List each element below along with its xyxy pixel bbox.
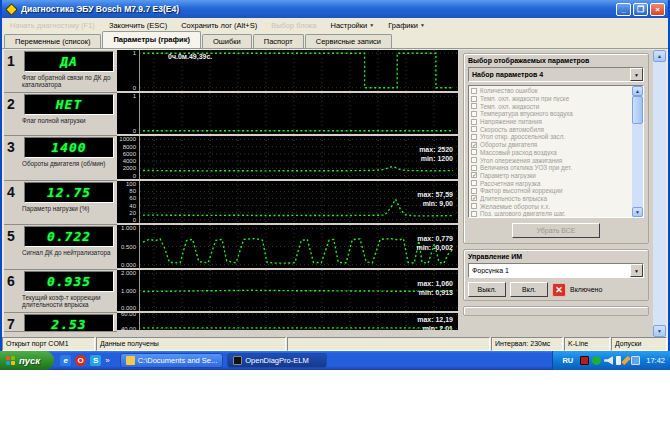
graph-y-axis: 100806040200 [117, 181, 138, 223]
list-scroll-thumb[interactable] [632, 96, 643, 124]
tab-2[interactable]: Параметры (график) [102, 31, 200, 48]
quick-launch-overflow-icon[interactable]: » [105, 356, 109, 365]
internet-explorer-icon[interactable]: e [60, 355, 71, 366]
checkbox-icon[interactable]: ✓ [471, 172, 477, 178]
maximize-button[interactable]: ❐ [633, 3, 648, 16]
parameter-list-item[interactable]: Температура впускного воздуха [471, 110, 631, 118]
toggle-state-icon[interactable]: ✕ [552, 283, 566, 297]
parameter-list-item[interactable]: Напряжение питания [471, 118, 631, 126]
graph-max-label: max: 1,060 [417, 279, 453, 288]
axis-tick-label: 20 [129, 210, 136, 216]
language-indicator[interactable]: RU [558, 356, 577, 365]
scroll-down-icon[interactable]: ▼ [653, 325, 666, 337]
parameter-label: Параметр нагрузки (%) [22, 205, 115, 212]
checkbox-icon[interactable]: ✓ [471, 195, 477, 201]
graph-strip: 1000080006000400020000max: 2520min: 1200 [117, 136, 458, 179]
graph-y-axis: 10 [117, 93, 138, 134]
agent-icon[interactable] [592, 356, 601, 365]
volume-icon[interactable] [604, 356, 613, 365]
parameter-list-item[interactable]: Фактор высотной коррекции [471, 187, 631, 195]
checkbox-icon[interactable] [471, 165, 477, 171]
checkbox-icon[interactable] [471, 119, 477, 125]
graph-max-min-labels: max: 12,19min: 2,01 [417, 315, 453, 330]
battery-icon[interactable] [616, 356, 621, 365]
checkbox-icon[interactable] [471, 88, 477, 94]
parameter-row: 72.53 [4, 313, 117, 332]
actuator-status-label: Включено [570, 286, 602, 293]
opera-icon[interactable]: O [75, 355, 86, 366]
network-icon[interactable] [631, 356, 640, 365]
tab-1[interactable]: Переменные (список) [4, 34, 101, 48]
chevron-down-icon[interactable]: ▼ [630, 264, 643, 277]
scroll-up-icon[interactable]: ▲ [653, 50, 666, 62]
checkbox-icon[interactable] [471, 96, 477, 102]
parameter-list-item[interactable]: Угол откр. дроссельной засл. [471, 133, 631, 141]
param-set-dropdown[interactable]: Набор параметров 4 ▼ [468, 67, 644, 82]
parameter-row: 412.75Параметр нагрузки (%) [4, 181, 117, 225]
graph-trace [143, 239, 453, 264]
minimize-button[interactable]: _ [616, 3, 631, 16]
connection-icon[interactable] [622, 356, 631, 365]
checkbox-icon[interactable] [471, 188, 477, 194]
parameter-list-item[interactable]: ✓Обороты двигателя [471, 141, 631, 149]
parameter-list-item[interactable]: Величина отклика УОЗ при дет. [471, 164, 631, 172]
parameter-list-item[interactable]: Угол опережения зажигания [471, 156, 631, 164]
taskbar-button-explorer[interactable]: C:\Documents and Se... [120, 353, 224, 368]
checkbox-icon[interactable] [471, 157, 477, 163]
checkbox-icon[interactable] [471, 103, 477, 109]
parameter-list-item[interactable]: Количество ошибок [471, 87, 631, 95]
parameter-list-item[interactable]: Скорость автомобиля [471, 125, 631, 133]
tab-row: Переменные (список)Параметры (график)Оши… [2, 32, 668, 49]
tab-4[interactable]: Паспорт [253, 34, 304, 48]
parameter-checkbox-list: Количество ошибокТемп. охл. жидкости при… [468, 85, 644, 218]
tab-3[interactable]: Ошибки [202, 34, 252, 48]
scroll-down-icon[interactable]: ▼ [632, 207, 643, 217]
parameter-list-item[interactable]: Желаемые обороты х.х. [471, 202, 631, 210]
parameter-list-item[interactable]: Поз. шагового двигателя шаг. [471, 210, 631, 218]
clear-all-button[interactable]: Убрать ВСЕ [512, 223, 600, 238]
off-button[interactable]: Выкл. [468, 282, 506, 297]
taskbar-button-opendiag[interactable]: OpenDiagPro-ELM [227, 353, 327, 368]
parameter-list-item[interactable]: ✓Длительность впрыска [471, 195, 631, 203]
parameter-list-item[interactable]: Темп. охл. жидкости [471, 102, 631, 110]
parameter-list-label: Желаемые обороты х.х. [480, 203, 550, 210]
checkbox-icon[interactable] [471, 134, 477, 140]
checkbox-icon[interactable] [471, 180, 477, 186]
antivirus-icon[interactable] [580, 356, 589, 365]
parameter-lcd-display: 0.935 [24, 271, 114, 292]
actuator-dropdown[interactable]: Форсунка 1 ▼ [468, 263, 644, 278]
checkbox-icon[interactable] [471, 111, 477, 117]
chevron-down-icon[interactable]: ▼ [630, 68, 643, 81]
parameter-list-label: Скорость автомобиля [480, 126, 544, 133]
parameter-list-item[interactable]: Темп. охл. жидкости при пуске [471, 95, 631, 103]
clock[interactable]: 17:42 [643, 356, 665, 365]
partial-group [463, 306, 649, 316]
skype-icon[interactable]: S [90, 355, 101, 366]
parameter-list-item[interactable]: Массовый расход воздуха [471, 149, 631, 157]
parameter-list-label: Темп. охл. жидкости при пуске [480, 95, 569, 102]
menu-item-5[interactable]: Настройки▼ [330, 21, 374, 30]
scroll-up-icon[interactable]: ▲ [632, 86, 643, 96]
checkbox-icon[interactable] [471, 203, 477, 209]
parameter-list-label: Обороты двигателя [480, 141, 537, 148]
close-button[interactable]: × [650, 3, 665, 16]
list-scrollbar[interactable]: ▲ ▼ [632, 86, 643, 217]
parameter-list-item[interactable]: Рассчетная нагрузка [471, 179, 631, 187]
menu-item-6[interactable]: Графики▼ [388, 21, 425, 30]
panel-scrollbar[interactable]: ▲ ▼ [653, 50, 666, 337]
graph-plot: max: 12,19min: 2,01 [139, 313, 458, 330]
menu-item-3[interactable]: Сохранить лог (Alt+S) [181, 21, 257, 30]
parameter-list-label: Длительность впрыска [480, 195, 547, 202]
checkbox-icon[interactable] [471, 211, 477, 217]
graph-max-label: max: 57,59 [417, 190, 453, 199]
checkbox-icon[interactable] [471, 149, 477, 155]
parameter-value: НЕТ [56, 97, 82, 112]
on-button[interactable]: Вкл. [510, 282, 548, 297]
checkbox-icon[interactable]: ✓ [471, 142, 477, 148]
start-button[interactable]: пуск [0, 351, 54, 370]
parameter-list-item[interactable]: ✓Параметр нагрузки [471, 172, 631, 180]
menu-item-2[interactable]: Закончить (ESC) [109, 21, 167, 30]
axis-tick-label: 0 [133, 85, 136, 91]
tab-5[interactable]: Сервисные записи [305, 34, 392, 48]
checkbox-icon[interactable] [471, 126, 477, 132]
